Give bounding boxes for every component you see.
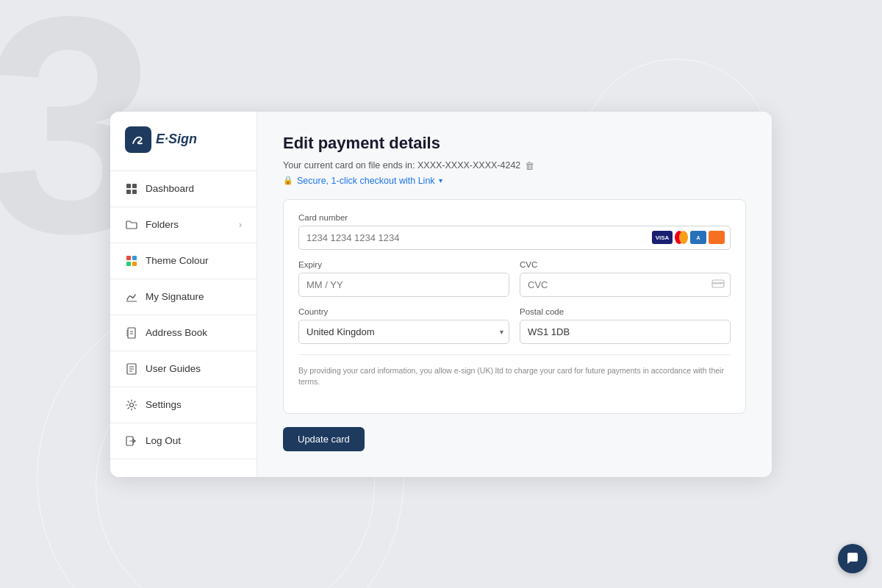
svg-rect-9 xyxy=(128,328,135,338)
svg-rect-1 xyxy=(132,184,137,188)
sidebar-item-label: Address Book xyxy=(146,327,207,338)
sidebar-item-address-book[interactable]: Address Book xyxy=(110,318,257,348)
sidebar-item-theme-colour[interactable]: Theme Colour xyxy=(110,246,257,276)
folder-icon xyxy=(125,218,138,232)
chevron-right-icon: › xyxy=(239,220,242,230)
main-card: E·Sign Dashboard Folders xyxy=(110,112,772,477)
cvc-label: CVC xyxy=(520,260,731,269)
payment-form: Card number VISA A xyxy=(283,199,746,415)
visa-icon: VISA xyxy=(652,231,673,244)
logo-text: E·Sign xyxy=(156,132,197,147)
card-info-text: Your current card on file ends in: XXXX-… xyxy=(283,160,746,171)
logout-icon xyxy=(125,434,138,448)
cvc-input[interactable] xyxy=(520,273,731,297)
sidebar-item-label: User Guides xyxy=(146,363,201,374)
nav-divider-1 xyxy=(110,207,257,207)
sidebar-item-folders[interactable]: Folders › xyxy=(110,210,257,240)
page-title: Edit payment details xyxy=(283,134,746,153)
sidebar-item-label: Theme Colour xyxy=(146,255,209,266)
theme-icon xyxy=(125,254,138,268)
consent-text: By providing your card information, you … xyxy=(298,365,731,389)
svg-rect-0 xyxy=(126,184,131,188)
svg-rect-3 xyxy=(132,190,137,194)
country-col: Country United Kingdom United States Can… xyxy=(298,307,509,344)
secure-link[interactable]: 🔒 Secure, 1-click checkout with Link ▾ xyxy=(283,176,746,186)
lock-icon: 🔒 xyxy=(283,176,293,185)
card-info-label: Your current card on file ends in: XXXX-… xyxy=(283,160,520,171)
chat-button[interactable] xyxy=(838,544,867,573)
card-number-label: Card number xyxy=(298,213,731,222)
sidebar-item-label: My Signature xyxy=(146,291,204,302)
card-number-field-wrapper: Card number VISA A xyxy=(298,213,731,250)
card-brand-icons: VISA A xyxy=(652,231,725,244)
sidebar-item-user-guides[interactable]: User Guides xyxy=(110,354,257,384)
sidebar-item-label: Folders xyxy=(146,219,179,230)
expiry-label: Expiry xyxy=(298,260,509,269)
svg-rect-2 xyxy=(126,190,131,194)
nav-divider-8 xyxy=(110,459,257,459)
sidebar-item-dashboard[interactable]: Dashboard xyxy=(110,174,257,204)
discover-icon xyxy=(709,231,725,244)
country-select[interactable]: United Kingdom United States Canada Aust… xyxy=(298,320,509,344)
country-select-wrapper: United Kingdom United States Canada Aust… xyxy=(298,320,509,344)
cvc-card-icon xyxy=(711,279,725,290)
sidebar-item-log-out[interactable]: Log Out xyxy=(110,426,257,456)
svg-rect-23 xyxy=(712,282,724,284)
signature-icon xyxy=(125,290,138,304)
mastercard-icon xyxy=(675,231,688,244)
cvc-wrapper xyxy=(520,273,731,297)
postal-code-col: Postal code xyxy=(520,307,731,344)
country-label: Country xyxy=(298,307,509,316)
update-card-button[interactable]: Update card xyxy=(283,427,365,451)
secure-link-text: Secure, 1-click checkout with Link xyxy=(297,176,435,186)
nav-divider-top xyxy=(110,171,257,171)
svg-rect-4 xyxy=(126,256,131,260)
grid-icon xyxy=(125,182,138,196)
country-postal-row: Country United Kingdom United States Can… xyxy=(298,307,731,344)
svg-point-19 xyxy=(130,403,134,406)
svg-rect-7 xyxy=(132,262,137,266)
expiry-cvc-row: Expiry CVC xyxy=(298,260,731,297)
nav-divider-7 xyxy=(110,423,257,423)
nav-divider-2 xyxy=(110,243,257,243)
postal-code-label: Postal code xyxy=(520,307,731,316)
nav-divider-4 xyxy=(110,315,257,315)
guide-icon xyxy=(125,362,138,376)
sidebar-item-label: Settings xyxy=(146,399,182,410)
postal-code-input[interactable] xyxy=(520,320,731,344)
logo-icon xyxy=(125,126,151,153)
sidebar-item-my-signature[interactable]: My Signature xyxy=(110,282,257,312)
expiry-input[interactable] xyxy=(298,273,509,297)
sidebar-item-label: Log Out xyxy=(146,435,181,446)
sidebar-item-label: Dashboard xyxy=(146,183,194,194)
main-content: Edit payment details Your current card o… xyxy=(257,112,772,477)
sidebar: E·Sign Dashboard Folders xyxy=(110,112,257,477)
chevron-down-icon: ▾ xyxy=(439,176,442,184)
nav-divider-5 xyxy=(110,351,257,351)
expiry-col: Expiry xyxy=(298,260,509,297)
settings-icon xyxy=(125,398,138,412)
svg-rect-5 xyxy=(132,256,137,260)
cvc-col: CVC xyxy=(520,260,731,297)
sidebar-item-settings[interactable]: Settings xyxy=(110,390,257,420)
trash-icon[interactable]: 🗑 xyxy=(525,160,534,171)
nav-divider-3 xyxy=(110,279,257,279)
logo-area: E·Sign xyxy=(110,126,257,168)
svg-rect-6 xyxy=(126,262,131,266)
amex-icon: A xyxy=(690,231,706,244)
form-divider xyxy=(298,354,731,355)
addressbook-icon xyxy=(125,326,138,340)
nav-divider-6 xyxy=(110,387,257,387)
